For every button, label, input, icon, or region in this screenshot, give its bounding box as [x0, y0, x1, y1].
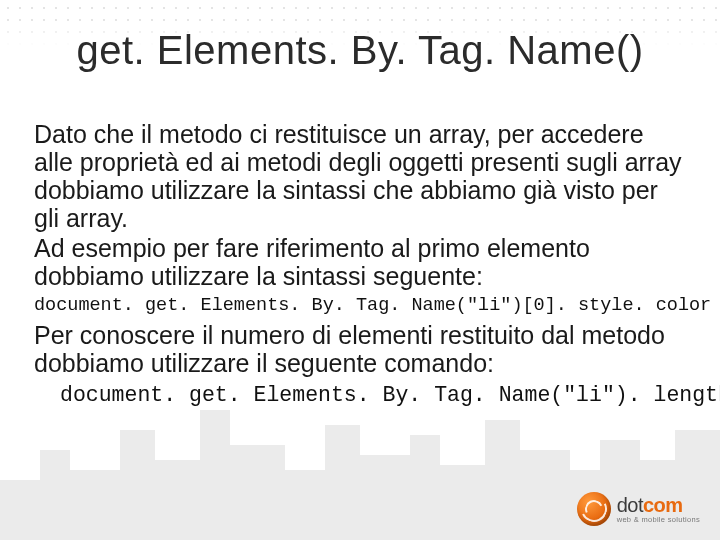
logo-tagline: web & mobile solutions [617, 516, 700, 524]
body-paragraph-1: Dato che il metodo ci restituisce un arr… [34, 120, 686, 232]
logo-brand-prefix: dot [617, 494, 643, 516]
logo-brand-name: dotcom [617, 495, 700, 515]
logo-text: dotcom web & mobile solutions [617, 495, 700, 524]
slide-title: get. Elements. By. Tag. Name() [0, 28, 720, 73]
slide: get. Elements. By. Tag. Name() Dato che … [0, 0, 720, 540]
code-sample-1: document. get. Elements. By. Tag. Name("… [34, 296, 686, 317]
logo-mark-icon [577, 492, 611, 526]
brand-logo: dotcom web & mobile solutions [577, 492, 700, 526]
slide-body: Dato che il metodo ci restituisce un arr… [34, 120, 686, 407]
logo-brand-suffix: com [643, 494, 683, 516]
body-paragraph-2: Ad esempio per fare riferimento al primo… [34, 234, 686, 290]
code-sample-2: document. get. Elements. By. Tag. Name("… [60, 383, 686, 407]
body-paragraph-3: Per conoscere il numero di elementi rest… [34, 321, 686, 377]
